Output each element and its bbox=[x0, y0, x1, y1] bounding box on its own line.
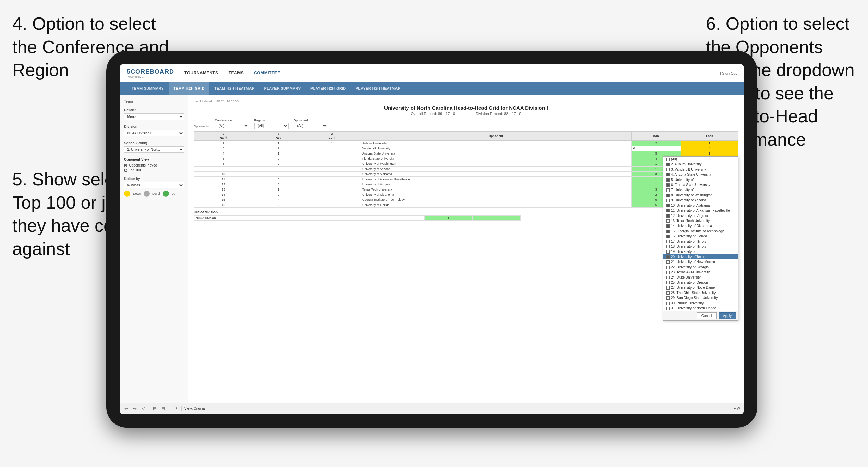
back-button[interactable]: ◁ bbox=[140, 406, 146, 411]
nav-signout[interactable]: | Sign Out bbox=[720, 71, 737, 75]
subnav-team-h2h-grid[interactable]: TEAM H2H GRID bbox=[169, 82, 209, 95]
sidebar-gender-label: Gender bbox=[124, 108, 184, 112]
zoom-button[interactable]: ⊞ bbox=[152, 406, 158, 411]
cell-name: Texas Tech University bbox=[360, 187, 631, 192]
sidebar-colour-select[interactable]: Win/loss bbox=[124, 182, 184, 188]
cell-conf bbox=[304, 177, 360, 182]
dropdown-item[interactable]: 5. University of ... bbox=[663, 177, 738, 182]
dropdown-item[interactable]: 11. University of Arkansas, Fayetteville bbox=[663, 208, 738, 213]
colour-up-label: Up bbox=[172, 192, 176, 195]
table-row: 14 9 University of Oklahoma 2 2 bbox=[194, 192, 738, 197]
out-of-division-row: NCAA Division II 1 0 bbox=[194, 216, 521, 221]
filter-conference: Conference (All) bbox=[215, 119, 249, 129]
dropdown-item[interactable]: 18. University of Illinois bbox=[663, 244, 738, 249]
sidebar-school-select[interactable]: 1. University of Nort... bbox=[124, 146, 184, 153]
cell-name: University of Washington bbox=[360, 161, 631, 167]
cell-name: Florida State University bbox=[360, 156, 631, 161]
redo-button[interactable]: ↪ bbox=[132, 406, 138, 411]
dropdown-checkbox bbox=[666, 199, 670, 202]
cell-rank: 9 bbox=[194, 167, 253, 172]
dropdown-item[interactable]: 31. University of North Florida bbox=[663, 306, 738, 311]
opponents-label: Opponents: bbox=[194, 125, 210, 128]
sidebar-gender-select[interactable]: Men's bbox=[124, 113, 184, 120]
dropdown-item[interactable]: 6. Florida State University bbox=[663, 182, 738, 187]
sub-nav: TEAM SUMMARY TEAM H2H GRID TEAM H2H HEAT… bbox=[120, 82, 744, 95]
dropdown-item[interactable]: 30. Purdue University bbox=[663, 300, 738, 306]
table-row: 11 6 University of Arkansas, Fayettevill… bbox=[194, 177, 738, 182]
dropdown-item[interactable]: 21. University of New Mexico bbox=[663, 259, 738, 265]
table-row: 15 4 Georgia Institute of Technology 5 0 bbox=[194, 197, 738, 202]
opponent-select[interactable]: (All) bbox=[294, 123, 328, 129]
cancel-button[interactable]: Cancel bbox=[697, 312, 717, 319]
cell-conf bbox=[304, 182, 360, 187]
overall-record: Overall Record: 89 - 17 - 0 bbox=[411, 112, 455, 116]
table-row: 3 2 Vanderbilt University 0 4 bbox=[194, 146, 738, 151]
dropdown-item[interactable]: 24. Duke University bbox=[663, 275, 738, 280]
dropdown-checkbox bbox=[666, 183, 670, 187]
table-row: 16 2 University of Florida 5 1 bbox=[194, 202, 738, 208]
clock-button[interactable]: ⏱ bbox=[172, 406, 179, 411]
dropdown-item[interactable]: (All) bbox=[663, 157, 738, 162]
radio-opponents-played[interactable]: Opponents Played bbox=[124, 163, 184, 167]
cell-conf bbox=[304, 202, 360, 208]
dropdown-item[interactable]: 3. Vanderbilt University bbox=[663, 167, 738, 172]
dropdown-checkbox bbox=[666, 209, 670, 212]
apply-button[interactable]: Apply bbox=[719, 312, 736, 319]
radio-top100[interactable]: Top 100 bbox=[124, 168, 184, 172]
dropdown-item[interactable]: 16. University of Florida bbox=[663, 234, 738, 239]
conference-select[interactable]: (All) bbox=[215, 123, 249, 129]
cell-name: University of Virginia bbox=[360, 182, 631, 187]
dropdown-item[interactable]: 23. Texas A&M University bbox=[663, 270, 738, 275]
dropdown-item[interactable]: 29. San Diego State University bbox=[663, 295, 738, 300]
dropdown-item[interactable]: 4. Arizona State University bbox=[663, 172, 738, 177]
undo-button[interactable]: ↩ bbox=[123, 406, 129, 411]
dropdown-checkbox bbox=[666, 245, 670, 248]
dropdown-item[interactable]: 9. University of Arizona bbox=[663, 198, 738, 203]
dropdown-checkbox bbox=[666, 271, 670, 274]
subnav-team-h2h-heatmap[interactable]: TEAM H2H HEATMAP bbox=[209, 82, 259, 95]
dropdown-checkbox bbox=[666, 158, 670, 161]
cell-rank: 3 bbox=[194, 146, 253, 151]
dropdown-item[interactable]: 13. Texas Tech University bbox=[663, 218, 738, 223]
opponent-dropdown[interactable]: (All) 2. Auburn University 3. Vanderbilt… bbox=[663, 156, 738, 321]
dropdown-item[interactable]: 25. University of Oregon bbox=[663, 280, 738, 285]
cell-conf bbox=[304, 172, 360, 177]
dropdown-item[interactable]: 8. University of Washington bbox=[663, 193, 738, 198]
data-table: #Rank #Reg #Conf Opponent Win Loss 2 1 1… bbox=[194, 131, 738, 208]
cell-reg: 1 bbox=[253, 141, 304, 146]
out-of-division-label: Out of division bbox=[194, 210, 738, 214]
subnav-team-summary[interactable]: TEAM SUMMARY bbox=[127, 82, 169, 95]
sidebar-division-section: Division NCAA Division I bbox=[124, 125, 184, 136]
dropdown-item[interactable]: 10. University of Alabama bbox=[663, 203, 738, 208]
sidebar-division-select[interactable]: NCAA Division I bbox=[124, 130, 184, 136]
sidebar-division-label: Division bbox=[124, 125, 184, 128]
dropdown-item[interactable]: 27. University of Notre Dame bbox=[663, 285, 738, 290]
cell-name: University of Alabama bbox=[360, 172, 631, 177]
nav-teams[interactable]: TEAMS bbox=[229, 69, 244, 77]
subnav-player-summary[interactable]: PLAYER SUMMARY bbox=[259, 82, 306, 95]
top-nav: 5COREBOARD Powered by ... TOURNAMENTS TE… bbox=[120, 64, 744, 82]
subnav-player-h2h-heatmap[interactable]: PLAYER H2H HEATMAP bbox=[351, 82, 405, 95]
dropdown-item[interactable]: 19. University of ... bbox=[663, 249, 738, 254]
dropdown-item[interactable]: 12. University of Virginia bbox=[663, 213, 738, 218]
nav-tournaments[interactable]: TOURNAMENTS bbox=[184, 69, 218, 77]
odd-name: NCAA Division II bbox=[194, 216, 425, 221]
dropdown-item[interactable]: 14. University of Oklahoma bbox=[663, 223, 738, 229]
cell-win: 0 bbox=[631, 146, 681, 151]
dropdown-item[interactable]: 22. University of Georgia bbox=[663, 265, 738, 270]
dropdown-item[interactable]: 28. The Ohio State University bbox=[663, 290, 738, 295]
subnav-player-h2h-grid[interactable]: PLAYER H2H GRID bbox=[306, 82, 351, 95]
layout-button[interactable]: ⊟ bbox=[160, 406, 166, 411]
cell-conf bbox=[304, 167, 360, 172]
dropdown-item[interactable]: 15. Georgia Institute of Technology bbox=[663, 229, 738, 234]
table-row: 8 2 University of Washington 1 0 bbox=[194, 161, 738, 167]
dropdown-item[interactable]: 2. Auburn University bbox=[663, 162, 738, 167]
logo-text: 5COREBOARD bbox=[127, 68, 174, 75]
dropdown-item[interactable]: 17. University of Illinois bbox=[663, 239, 738, 244]
dropdown-item[interactable]: 20. University of Texas bbox=[663, 254, 738, 259]
nav-committee[interactable]: COMMITTEE bbox=[254, 69, 280, 77]
region-select[interactable]: (All) bbox=[254, 123, 289, 129]
cell-loss: 1 bbox=[681, 151, 738, 156]
dropdown-item[interactable]: 7. University of ... bbox=[663, 187, 738, 193]
th-reg: #Reg bbox=[253, 132, 304, 141]
